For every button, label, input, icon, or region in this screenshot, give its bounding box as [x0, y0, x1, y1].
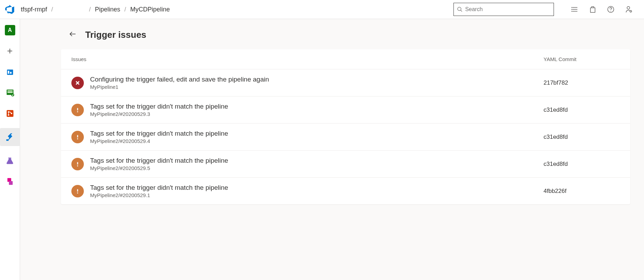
svg-point-12: [8, 111, 9, 113]
sidebar: A +: [0, 19, 20, 280]
user-settings-icon[interactable]: [625, 5, 633, 14]
search-input[interactable]: [465, 6, 550, 12]
search-box[interactable]: [453, 3, 554, 16]
help-icon[interactable]: [607, 5, 615, 14]
warning-icon: [71, 131, 84, 143]
col-header-issues[interactable]: Issues: [71, 56, 544, 62]
overview-icon: [6, 67, 15, 76]
svg-rect-18: [9, 181, 12, 185]
issue-text: Tags set for the trigger didn't match th…: [90, 184, 544, 198]
arrow-left-icon: [69, 30, 77, 38]
plus-icon: +: [7, 45, 12, 57]
issue-text: Configuring the trigger failed, edit and…: [90, 76, 544, 90]
error-icon: [71, 77, 84, 89]
issue-row[interactable]: Tags set for the trigger didn't match th…: [61, 151, 630, 178]
issue-commit[interactable]: 4fbb226f: [544, 188, 620, 195]
back-arrow[interactable]: [69, 30, 77, 40]
issue-sub: MyPipeline2/#20200529.3: [90, 111, 544, 117]
search-icon: [457, 7, 462, 12]
issues-card: Issues YAML Commit Configuring the trigg…: [61, 49, 630, 204]
svg-point-13: [8, 114, 9, 116]
issue-title: Tags set for the trigger didn't match th…: [90, 157, 544, 164]
svg-rect-9: [7, 92, 12, 93]
svg-point-20: [77, 138, 78, 139]
test-plans-icon: [6, 156, 15, 165]
svg-point-2: [627, 7, 630, 9]
issue-title: Configuring the trigger failed, edit and…: [90, 76, 544, 83]
header-icons: [571, 5, 633, 14]
issue-title: Tags set for the trigger didn't match th…: [90, 130, 544, 137]
pipelines-icon: [6, 133, 15, 142]
issue-row[interactable]: Tags set for the trigger didn't match th…: [61, 96, 630, 124]
issue-sub: MyPipeline2/#20200529.4: [90, 138, 544, 144]
breadcrumb-org[interactable]: tfspf-rmpf: [21, 6, 47, 13]
issue-sub: MyPipeline1: [90, 84, 544, 90]
sidebar-test-plans[interactable]: [4, 154, 16, 167]
svg-point-1: [610, 11, 611, 11]
issue-commit[interactable]: c31ed8fd: [544, 107, 620, 113]
repos-icon: [6, 109, 15, 118]
page-title: Trigger issues: [85, 29, 146, 40]
breadcrumb-sep: /: [124, 6, 126, 13]
warning-icon: [71, 185, 84, 197]
svg-point-21: [77, 165, 78, 166]
svg-rect-5: [8, 71, 9, 74]
issue-row[interactable]: Tags set for the trigger didn't match th…: [61, 124, 630, 151]
list-icon[interactable]: [571, 5, 579, 14]
issue-row[interactable]: Tags set for the trigger didn't match th…: [61, 178, 630, 204]
issue-text: Tags set for the trigger didn't match th…: [90, 103, 544, 117]
azure-devops-icon: [5, 5, 14, 14]
breadcrumb-current[interactable]: MyCDPipeline: [130, 6, 170, 13]
issue-row[interactable]: Configuring the trigger failed, edit and…: [61, 69, 630, 96]
marketplace-icon[interactable]: [589, 5, 597, 14]
sidebar-project-avatar[interactable]: A: [4, 24, 16, 36]
svg-point-22: [77, 192, 78, 193]
issue-title: Tags set for the trigger didn't match th…: [90, 103, 544, 110]
breadcrumb-sep: /: [51, 6, 53, 13]
sidebar-artifacts[interactable]: [4, 175, 16, 188]
sidebar-pipelines[interactable]: [0, 128, 20, 146]
sidebar-boards[interactable]: [4, 86, 16, 99]
table-header: Issues YAML Commit: [61, 49, 630, 69]
svg-rect-6: [10, 72, 11, 74]
issue-commit[interactable]: 217bf782: [544, 79, 620, 86]
breadcrumb: tfspf-rmpf / / Pipelines / MyCDPipeline: [21, 6, 451, 13]
sidebar-repos[interactable]: [4, 107, 16, 120]
boards-icon: [6, 88, 15, 97]
warning-icon: [71, 104, 84, 116]
issue-commit[interactable]: c31ed8fd: [544, 161, 620, 168]
issue-commit[interactable]: c31ed8fd: [544, 134, 620, 141]
sidebar-add[interactable]: +: [4, 45, 16, 57]
main-content: Trigger issues Issues YAML Commit Config…: [20, 19, 644, 280]
azure-devops-logo[interactable]: [4, 4, 15, 15]
avatar: A: [5, 25, 15, 35]
sidebar-overview[interactable]: [4, 66, 16, 78]
breadcrumb-sep: /: [89, 6, 91, 13]
issue-sub: MyPipeline2/#20200529.5: [90, 165, 544, 171]
svg-rect-15: [6, 139, 9, 141]
svg-rect-16: [9, 157, 11, 158]
breadcrumb-pipelines[interactable]: Pipelines: [95, 6, 120, 13]
issue-text: Tags set for the trigger didn't match th…: [90, 130, 544, 144]
svg-rect-8: [7, 91, 12, 92]
page-header: Trigger issues: [20, 29, 644, 49]
top-header: tfspf-rmpf / / Pipelines / MyCDPipeline: [0, 0, 644, 19]
issue-title: Tags set for the trigger didn't match th…: [90, 184, 544, 192]
svg-rect-11: [7, 110, 14, 117]
artifacts-icon: [6, 177, 15, 186]
svg-point-19: [77, 111, 78, 112]
issue-text: Tags set for the trigger didn't match th…: [90, 157, 544, 171]
issue-sub: MyPipeline2/#20200529.1: [90, 192, 544, 198]
warning-icon: [71, 158, 84, 170]
col-header-commit[interactable]: YAML Commit: [544, 56, 620, 62]
